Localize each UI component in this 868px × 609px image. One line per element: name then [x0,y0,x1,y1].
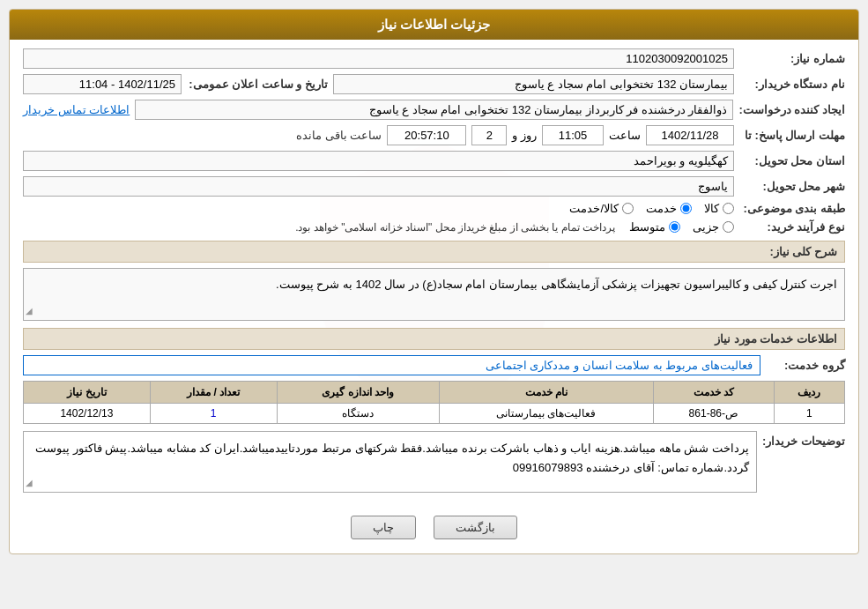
service-group-value: فعالیت‌های مربوط به سلامت انسان و مددکار… [23,355,760,375]
process-jozii-label: جزیی [693,220,719,234]
deadline-date: 1402/11/28 [646,125,734,145]
description-box: اجرت کنترل کیفی و کالیبراسیون تجهیزات پز… [23,268,845,321]
service-info-section-title: اطلاعات خدمات مورد نیاز [23,328,845,350]
announce-value: 1402/11/25 - 11:04 [23,74,182,94]
category-khedmat-label: خدمت [646,202,677,215]
category-label: طبقه بندی موضوعی: [739,202,845,215]
process-motevaset-label: متوسط [629,220,665,234]
services-table: ردیف کد خدمت نام خدمت واحد اندازه گیری ت… [23,381,845,424]
table-row: 1 ص-86-861 فعالیت‌های بیمارستانی دستگاه … [24,404,845,424]
city-label: شهر محل تحویل: [739,180,845,193]
print-button[interactable]: چاپ [351,516,416,539]
cell-row: 1 [774,404,844,424]
category-option-khedmat[interactable]: خدمت [646,202,692,215]
category-radio-group: کالا خدمت کالا/خدمت [569,202,734,215]
description-section-title: شرح کلی نیاز: [23,241,845,263]
creator-label: ایجاد کننده درخواست: [738,103,845,116]
cell-unit: دستگاه [277,404,439,424]
category-radio-khedmat[interactable] [680,203,692,214]
process-option-jozii[interactable]: جزیی [693,220,734,234]
cell-quantity: 1 [150,404,277,424]
category-option-kala[interactable]: کالا [704,202,734,215]
process-radio-jozii[interactable] [723,221,734,233]
contact-link[interactable]: اطلاعات تماس خریدار [23,103,130,116]
buyer-notes-box: پرداخت شش ماهه میباشد.هزینه ایاب و ذهاب … [23,431,757,493]
deadline-days-label: روز و [512,129,537,142]
category-radio-kala-khedmat[interactable] [622,203,634,214]
province-value: کهگیلویه و بویراحمد [23,151,734,171]
niyaz-number-value: 1102030092001025 [23,48,734,69]
page-title: جزئیات اطلاعات نیاز [10,10,858,40]
service-group-label: گروه خدمت: [766,359,845,372]
deadline-label: مهلت ارسال پاسخ: تا [739,129,845,142]
cell-code: ص-86-861 [653,404,774,424]
col-header-code: کد خدمت [653,382,774,404]
category-kala-khedmat-label: کالا/خدمت [569,202,619,215]
creator-value: ذوالفقار درخشنده فر کاربرداز بیمارستان 1… [135,100,733,120]
buyer-notes-label: توضیحات خریدار: [762,431,845,448]
deadline-time: 11:05 [542,125,604,145]
process-radio-group: جزیی متوسط [629,220,734,234]
cell-date: 1402/12/13 [24,404,151,424]
resize-icon-notes: ◢ [26,475,33,490]
remaining-time: 20:57:10 [387,125,466,145]
city-value: یاسوج [23,176,734,197]
category-radio-kala[interactable] [723,203,734,214]
category-option-kala-khedmat[interactable]: کالا/خدمت [569,202,634,215]
niyaz-number-label: شماره نیاز: [739,52,845,65]
dastgah-value: بیمارستان 132 تختخوابی امام سجاد ع یاسوج [333,74,734,94]
resize-icon: ◢ [26,304,33,318]
process-option-motevaset[interactable]: متوسط [629,220,680,234]
dastgah-label: نام دستگاه خریدار: [739,78,845,91]
back-button[interactable]: بازگشت [434,516,517,539]
deadline-days: 2 [471,125,507,145]
col-header-unit: واحد اندازه گیری [277,382,439,404]
deadline-time-label: ساعت [609,129,641,142]
col-header-name: نام خدمت [439,382,653,404]
buyer-notes-text: پرداخت شش ماهه میباشد.هزینه ایاب و ذهاب … [35,442,749,474]
process-radio-motevaset[interactable] [669,221,680,233]
province-label: استان محل تحویل: [739,154,845,167]
announce-label: تاریخ و ساعت اعلان عمومی: [187,78,328,91]
category-kala-label: کالا [704,202,719,215]
col-header-qty: تعداد / مقدار [150,382,277,404]
process-note: پرداخت تمام یا بخشی از مبلغ خریداز محل "… [295,221,615,234]
remaining-label: ساعت باقی مانده [296,129,382,142]
col-header-row: ردیف [774,382,844,404]
process-label: نوع فرآیند خرید: [739,220,845,234]
col-header-date: تاریخ نیاز [24,382,151,404]
description-text: اجرت کنترل کیفی و کالیبراسیون تجهیزات پز… [276,278,837,291]
cell-name: فعالیت‌های بیمارستانی [439,404,653,424]
button-row: بازگشت چاپ [23,507,845,545]
